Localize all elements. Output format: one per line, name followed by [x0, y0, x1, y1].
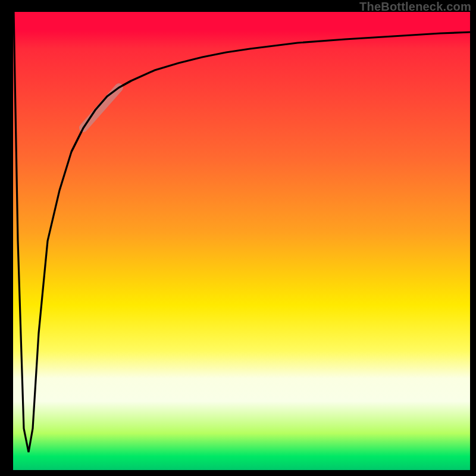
highlight-segment [83, 87, 119, 128]
x-axis [11, 470, 472, 472]
plot-area [12, 12, 470, 470]
watermark-text: TheBottleneck.com [359, 0, 471, 14]
curve-layer [12, 12, 470, 470]
chart-frame: TheBottleneck.com [0, 0, 476, 476]
bottleneck-curve [14, 12, 470, 452]
bottleneck-curve-overlay [71, 81, 131, 152]
